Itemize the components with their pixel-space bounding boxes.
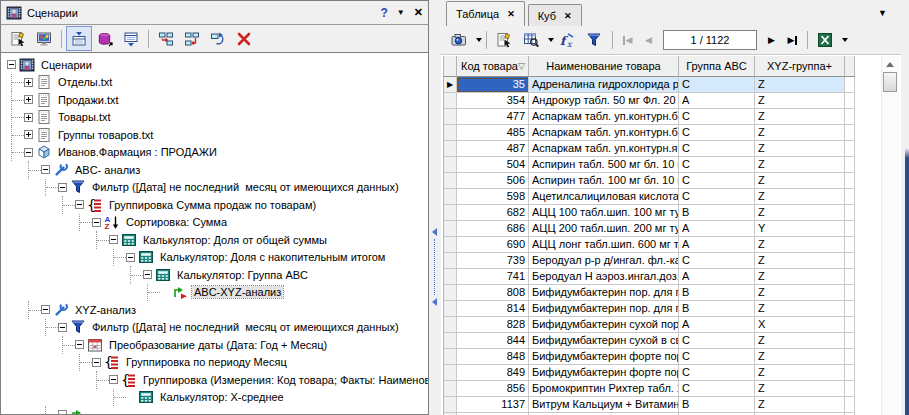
collapse-icon[interactable] [58,323,67,332]
tree-item[interactable]: Преобразование даты (Дата: Год + Месяц) [1,336,428,354]
cell[interactable]: 598 [457,189,529,205]
cell[interactable]: Бифидумбактерин пор. для пр [529,301,679,317]
cell[interactable]: B [679,285,755,301]
cell[interactable]: C [679,365,755,381]
cell[interactable]: C [679,157,755,173]
tree-item-label[interactable]: ABC-XYZ-анализ [192,286,283,298]
tree-item[interactable]: ABC-XYZ-анализ [1,284,428,302]
collapse-icon[interactable] [109,375,118,384]
tree-item-label[interactable]: Фильтр ([Дата] не последний месяц от име… [90,181,401,193]
cell[interactable]: 504 [457,157,529,173]
cell[interactable]: Z [755,205,845,221]
cell[interactable]: Z [755,237,845,253]
cell[interactable]: B [679,397,755,413]
cell[interactable]: 741 [457,269,529,285]
cell[interactable]: C [679,173,755,189]
tree-item-label[interactable]: Сценарии [39,59,94,71]
cell[interactable]: 686 [457,221,529,237]
cell[interactable]: Z [755,109,845,125]
tree-item-label[interactable]: Калькулятор: Доля с накопительным итогом [158,251,387,263]
expand-icon[interactable] [24,95,33,104]
cell[interactable]: A [679,317,755,333]
tree-item[interactable]: Группы товаров.txt [1,126,428,144]
scroll-thumb[interactable] [883,72,897,92]
cell[interactable]: C [679,349,755,365]
cell[interactable]: 487 [457,141,529,157]
wizard-button[interactable] [31,26,57,51]
tree-item-label[interactable]: Товары.txt [56,111,113,123]
cell[interactable]: 354 [457,93,529,109]
tab-close-icon[interactable]: ✕ [564,11,572,21]
cell[interactable]: Z [755,173,845,189]
nav-first-button[interactable]: ◀ [617,30,638,50]
cell[interactable]: Бифидумбактерин пор. для пр [529,285,679,301]
tree-item[interactable]: {Группировка по периоду Месяц [1,354,428,372]
cell[interactable]: 506 [457,173,529,189]
scroll-up-icon[interactable] [886,62,894,67]
function-fx-button[interactable]: fx [554,28,580,53]
cell[interactable]: Y [755,221,845,237]
cell[interactable]: Адреналина гидрохлорида ра [529,77,679,93]
table-panel-button[interactable] [118,26,144,51]
cell[interactable]: B [679,301,755,317]
tree-item-label[interactable]: ABC- анализ [73,164,142,176]
cell[interactable]: 690 [457,237,529,253]
cell[interactable]: Бифидумбактерин форте пор. [529,365,679,381]
tab-close-icon[interactable]: ✕ [507,9,515,19]
cell[interactable]: Ацетилсалициловая кислота т [529,189,679,205]
olap-cube-button[interactable] [92,26,118,51]
show-node-button[interactable] [66,26,92,51]
cell[interactable]: C [679,77,755,93]
cell[interactable]: 1137 [457,397,529,413]
collapse-icon[interactable] [92,218,101,227]
cell[interactable]: АЦЦ 100 табл.шип. 100 мг туб [529,205,679,221]
collapse-icon[interactable] [109,235,118,244]
tree-item[interactable]: Фильтр ([Дата] не последний месяц от име… [1,319,428,337]
expand-icon[interactable] [24,78,33,87]
cell[interactable]: Аспирин табл. 500 мг бл. 10 к [529,157,679,173]
cell[interactable]: Аспаркам табл. уп.контурн.б/ [529,109,679,125]
filter-button[interactable] [581,28,607,53]
tree-item-label[interactable]: Группировка по периоду Месяц [124,356,289,368]
cell[interactable]: Z [755,349,845,365]
tree-item[interactable]: {Группировка Сумма продаж по товарам) [1,196,428,214]
cell[interactable]: Z [755,285,845,301]
cell[interactable]: Z [755,125,845,141]
cell[interactable]: Бифидумбактерин сухой в св [529,333,679,349]
cell[interactable]: 739 [457,253,529,269]
tree-item-label[interactable]: Иванов.Фармация : ПРОДАЖИ [56,146,219,158]
cell[interactable]: A [679,269,755,285]
cell[interactable]: Z [755,253,845,269]
properties-button[interactable] [5,26,31,51]
cell[interactable]: 828 [457,317,529,333]
cell[interactable]: Аспаркам табл. уп.контурн.б/ [529,125,679,141]
cell[interactable]: 844 [457,333,529,349]
cell[interactable]: Z [755,301,845,317]
collapse-icon[interactable] [143,270,152,279]
collapse-icon[interactable] [41,305,50,314]
properties-button[interactable] [491,28,517,53]
tree-item-label[interactable]: Преобразование даты (Дата: Год + Месяц) [107,339,329,351]
cell[interactable]: АЦЦ лонг табл.шип. 600 мг ту [529,237,679,253]
cell[interactable]: Бифидумбактерин форте пор. [529,349,679,365]
collapse-icon[interactable] [92,358,101,367]
cell[interactable]: Бромокриптин Рихтер табл. 2 [529,381,679,397]
cell[interactable]: Беродуал р-р д/ингал. фл.-кап [529,253,679,269]
column-header[interactable]: Группа ABC [679,56,755,77]
tree-item-label[interactable]: Группировка Сумма продаж по товарам) [107,199,318,211]
cell[interactable]: 848 [457,349,529,365]
tree-item-label[interactable]: Калькулятор: Группа ABC [175,269,310,281]
collapse-icon[interactable] [58,410,67,414]
tree-item-label[interactable]: Группы товаров.txt [56,129,155,141]
cell[interactable]: X [755,317,845,333]
collapse-icon[interactable] [126,253,135,262]
cell[interactable]: Аспаркам табл. уп.контурн.яч [529,141,679,157]
cell[interactable]: 477 [457,109,529,125]
collapse-icon[interactable] [58,183,67,192]
tree-item-label[interactable]: XYZ-анализ [73,304,138,316]
cell[interactable]: Z [755,157,845,173]
tab-overflow-icon[interactable]: ▼ [878,8,887,18]
cell[interactable]: 814 [457,301,529,317]
tree-item[interactable]: {Группировка (Измерения: Код товара; Фак… [1,371,428,389]
tree-item[interactable]: Товары.txt [1,109,428,127]
